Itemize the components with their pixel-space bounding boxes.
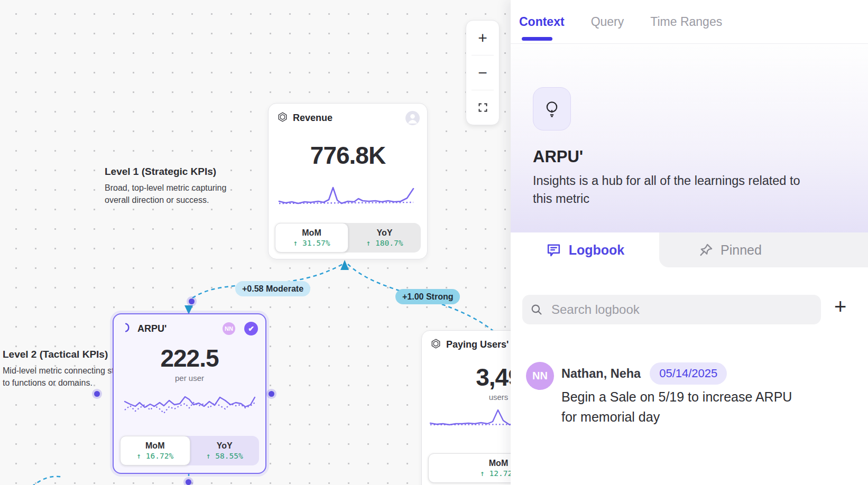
mom-value: ↑ 12.72% [480,469,512,478]
mom-toggle[interactable]: MoM ↑ 31.57% [275,223,348,253]
tab-context-label: Context [519,15,565,29]
node-value: 3,49 [422,363,512,391]
mom-toggle[interactable]: MoM ↑ 16.72% [120,436,190,465]
metric-hero-section: ARPU' Insights is a hub for all of the l… [511,44,868,232]
mom-label: MoM [489,459,508,468]
tab-logbook-label: Logbook [569,243,625,258]
insight-bulb-badge [533,87,571,130]
tab-time-ranges[interactable]: Time Ranges [650,15,722,29]
metric-tree-canvas[interactable]: Level 1 (Strategic KPIs) Broad, top-leve… [0,0,512,485]
yoy-toggle[interactable]: YoY ↑ 180.7% [348,223,421,253]
logbook-search[interactable] [522,295,821,324]
tab-query[interactable]: Query [591,15,624,29]
logbook-tab-bar: Logbook Pinned [511,232,868,267]
level1-title: Level 1 (Strategic KPIs) [105,166,232,178]
yoy-value: ↑ 58.55% [206,452,243,460]
correlation-label-moderate[interactable]: +0.58 Moderate [235,281,310,296]
collaborator-avatar: NN [223,322,235,335]
add-logbook-entry-button[interactable]: + [834,296,846,317]
arpu-right-handle[interactable] [269,391,274,397]
pin-icon [698,243,714,258]
entry-header: Nathan, Neha 05/14/2025 [561,361,727,386]
yoy-value: ↑ 180.7% [366,239,403,247]
sparkline-arpu [124,390,256,421]
mom-value: ↑ 31.57% [293,239,330,247]
zoom-in-button[interactable]: + [466,21,499,55]
annotation-level1: Level 1 (Strategic KPIs) Broad, top-leve… [105,166,232,206]
node-value: 776.8K [269,141,427,170]
node-title: Revenue [293,113,333,124]
fit-view-button[interactable] [466,90,499,125]
tab-context[interactable]: Context [519,15,565,29]
search-input[interactable] [550,302,814,318]
mom-value: ↑ 16.72% [136,452,173,460]
node-title: ARPU' [137,323,167,334]
logbook-icon [546,242,562,258]
correlation-label-strong[interactable]: +1.00 Strong [395,289,460,304]
fullscreen-icon [477,102,488,113]
entry-avatar: NN [526,362,554,390]
arpu-top-handle[interactable] [189,299,195,304]
edge-offscreen [32,477,62,485]
node-value: 222.5 [114,344,265,372]
lightbulb-icon [542,99,561,118]
node-unit: per user [114,374,265,383]
search-icon [530,303,543,316]
app-window: Level 1 (Strategic KPIs) Broad, top-leve… [0,0,868,485]
metric-title: ARPU' [533,147,583,166]
tab-logbook[interactable]: Logbook [511,232,659,267]
mom-toggle[interactable]: MoM ↑ 12.72% [428,453,512,483]
owner-avatar-icon [405,111,420,125]
yoy-label: YoY [377,228,393,238]
period-toggle: MoM ↑ 12.72% [428,453,512,483]
node-unit: users [422,393,512,402]
level1-description: Broad, top-level metric capturing overal… [105,182,232,206]
node-arpu[interactable]: ARPU' NN ✔ 222.5 per user MoM ↑ 16.72% Y… [113,313,266,474]
panel-tab-bar: Context Query Time Ranges [511,0,868,44]
metric-hexagon-icon [430,338,441,351]
yoy-label: YoY [217,441,233,451]
entry-author: Nathan, Neha [561,367,641,381]
entry-message: Begin a Sale on 5/19 to increase ARPU fo… [561,387,810,427]
node-revenue[interactable]: Revenue 776.8K MoM ↑ 31.57% YoY ↑ 180.7% [268,103,428,259]
entry-date-badge[interactable]: 05/14/2025 [650,362,727,385]
active-tab-underline [522,37,552,41]
period-toggle: MoM ↑ 16.72% YoY ↑ 58.55% [120,436,259,465]
arpu-bottom-handle[interactable] [186,479,191,485]
arpu-left-handle[interactable] [94,391,100,397]
sparkline-revenue [278,182,418,210]
context-panel: Context Query Time Ranges ARPU' Insights… [511,0,868,485]
yoy-toggle[interactable]: YoY ↑ 58.55% [190,436,260,465]
period-toggle: MoM ↑ 31.57% YoY ↑ 180.7% [275,223,421,253]
mom-label: MoM [302,228,321,238]
crescent-icon [122,322,133,335]
node-paying-users[interactable]: Paying Users' 3,49 users MoM ↑ 12.72% [421,330,512,485]
node-title: Paying Users' [446,339,509,350]
tab-pinned-label: Pinned [721,243,762,258]
metric-description: Insights is a hub for all of the learnin… [533,172,821,208]
tab-pinned[interactable]: Pinned [659,232,868,267]
metric-hexagon-icon [277,111,288,125]
canvas-zoom-toolbar: + − [466,20,500,125]
zoom-out-button[interactable]: − [466,55,499,90]
verified-badge-icon: ✔ [244,322,258,335]
sparkline-paying-users [428,406,512,431]
mom-label: MoM [145,441,164,451]
